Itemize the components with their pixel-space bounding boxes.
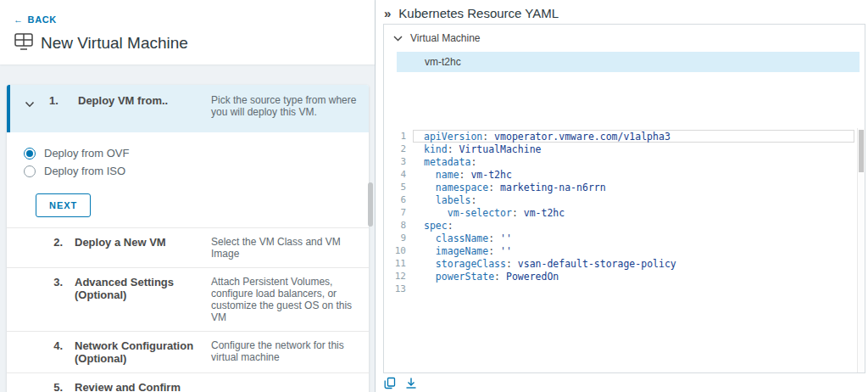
yaml-editor[interactable]: 1apiVersion: vmoperator.vmware.com/v1alp… [384, 128, 865, 372]
download-icon[interactable] [405, 377, 417, 389]
app-window: ← BACK New Virtual Machine [0, 0, 868, 392]
code-text: namespace: marketing-na-n6rrn [413, 181, 854, 193]
radio-unchecked-icon [24, 165, 36, 177]
step-5-row[interactable]: 5. Review and Confirm [7, 372, 369, 392]
step-label: Deploy a New VM [75, 236, 211, 249]
yaml-box: Virtual Machine vm-t2hc 1apiVersion: vmo… [383, 24, 865, 373]
next-button[interactable]: NEXT [36, 193, 91, 217]
tree-node-virtual-machine[interactable]: Virtual Machine [384, 32, 865, 44]
code-line[interactable]: 13 [384, 283, 865, 295]
code-text: name: vm-t2hc [413, 168, 854, 181]
code-line[interactable]: 4 name: vm-t2hc [384, 168, 865, 181]
code-text: className: '' [413, 232, 854, 244]
editor-scrollbar-thumb[interactable] [859, 130, 864, 172]
step-4-row[interactable]: 4. Network Configuration (Optional) Conf… [7, 331, 369, 372]
radio-deploy-from-iso[interactable]: Deploy from ISO [24, 165, 369, 177]
yaml-panel: » Kubernetes Resource YAML Virtual Machi… [376, 0, 868, 392]
collapse-panel-icon[interactable]: » [384, 7, 391, 20]
step-3-row[interactable]: 3. Advanced Settings (Optional) Attach P… [7, 267, 369, 331]
radio-checked-icon [24, 148, 36, 160]
line-number: 5 [384, 181, 406, 193]
line-number: 3 [384, 155, 406, 168]
step-1-body: Deploy from OVF Deploy from ISO NEXT [7, 132, 369, 227]
line-number: 10 [384, 244, 406, 257]
code-text: vm-selector: vm-t2hc [413, 206, 854, 219]
step-description: Pick the source type from where you will… [211, 94, 360, 118]
vm-icon [14, 32, 34, 54]
step-label: Network Configuration (Optional) [75, 339, 211, 365]
tree-item-vm-selected[interactable]: vm-t2hc [397, 52, 860, 72]
line-number: 9 [384, 232, 406, 244]
code-line[interactable]: 6 labels: [384, 193, 865, 206]
chevron-down-icon [25, 96, 35, 111]
wizard-panel: ← BACK New Virtual Machine [0, 0, 376, 392]
radio-label: Deploy from OVF [44, 147, 129, 160]
wizard-header: ← BACK New Virtual Machine [0, 0, 375, 64]
back-label: BACK [28, 14, 57, 25]
code-text: imageName: '' [413, 244, 854, 257]
line-number: 12 [384, 270, 406, 283]
back-link[interactable]: ← BACK [14, 14, 57, 25]
resource-tree: Virtual Machine vm-t2hc [384, 25, 865, 128]
left-panel-scrollbar[interactable] [368, 182, 373, 227]
code-line[interactable]: 10 imageName: '' [384, 244, 865, 257]
page-title: New Virtual Machine [41, 34, 188, 53]
code-text: metadata: [413, 155, 854, 168]
step-description: Select the VM Class and VM Image [211, 236, 360, 260]
copy-icon[interactable] [384, 377, 396, 389]
code-text [413, 283, 854, 295]
wizard-stepper: 1. Deploy VM from.. Pick the source type… [7, 85, 369, 392]
step-number: 5. [7, 381, 75, 392]
yaml-actions [384, 377, 417, 389]
chevron-down-icon [393, 32, 403, 44]
step-number: 4. [7, 339, 75, 352]
code-text: apiVersion: vmoperator.vmware.com/v1alph… [413, 130, 854, 143]
code-line[interactable]: 1apiVersion: vmoperator.vmware.com/v1alp… [384, 130, 865, 143]
step-2-row[interactable]: 2. Deploy a New VM Select the VM Class a… [7, 227, 369, 267]
line-number: 13 [384, 283, 406, 295]
line-number: 8 [384, 219, 406, 232]
step-label: Deploy VM from.. [78, 94, 211, 107]
code-text: powerState: PoweredOn [413, 270, 854, 283]
code-line[interactable]: 12 powerState: PoweredOn [384, 270, 865, 283]
tree-node-label: Virtual Machine [410, 32, 481, 44]
step-1-header[interactable]: 1. Deploy VM from.. Pick the source type… [7, 85, 369, 132]
code-line[interactable]: 8spec: [384, 219, 865, 232]
step-label: Review and Confirm [75, 381, 211, 392]
step-description: Configure the network for this virtual m… [211, 339, 360, 363]
editor-scrollbar[interactable] [857, 128, 865, 372]
line-number: 2 [384, 143, 406, 155]
radio-label: Deploy from ISO [44, 165, 125, 177]
line-number: 1 [384, 130, 406, 143]
code-text: spec: [413, 219, 854, 232]
back-arrow-icon: ← [14, 14, 24, 25]
step-number: 2. [7, 236, 75, 249]
code-text: kind: VirtualMachine [413, 143, 854, 155]
line-number: 6 [384, 193, 406, 206]
step-number: 3. [7, 276, 75, 288]
code-line[interactable]: 2kind: VirtualMachine [384, 143, 865, 155]
code-line[interactable]: 11 storageClass: vsan-default-storage-po… [384, 257, 865, 270]
code-line[interactable]: 3metadata: [384, 155, 865, 168]
code-text: storageClass: vsan-default-storage-polic… [413, 257, 854, 270]
code-line[interactable]: 9 className: '' [384, 232, 865, 244]
line-number: 11 [384, 257, 406, 270]
code-text: labels: [413, 193, 854, 206]
code-line[interactable]: 5 namespace: marketing-na-n6rrn [384, 181, 865, 193]
radio-deploy-from-ovf[interactable]: Deploy from OVF [24, 147, 369, 160]
line-number: 7 [384, 206, 406, 219]
yaml-panel-title: Kubernetes Resource YAML [398, 6, 559, 20]
line-number: 4 [384, 168, 406, 181]
step-label: Advanced Settings (Optional) [75, 276, 211, 301]
step-description: Attach Persistent Volumes, configure loa… [211, 276, 360, 323]
code-line[interactable]: 7 vm-selector: vm-t2hc [384, 206, 865, 219]
step-number: 1. [49, 94, 78, 107]
code-lines: 1apiVersion: vmoperator.vmware.com/v1alp… [384, 130, 865, 295]
